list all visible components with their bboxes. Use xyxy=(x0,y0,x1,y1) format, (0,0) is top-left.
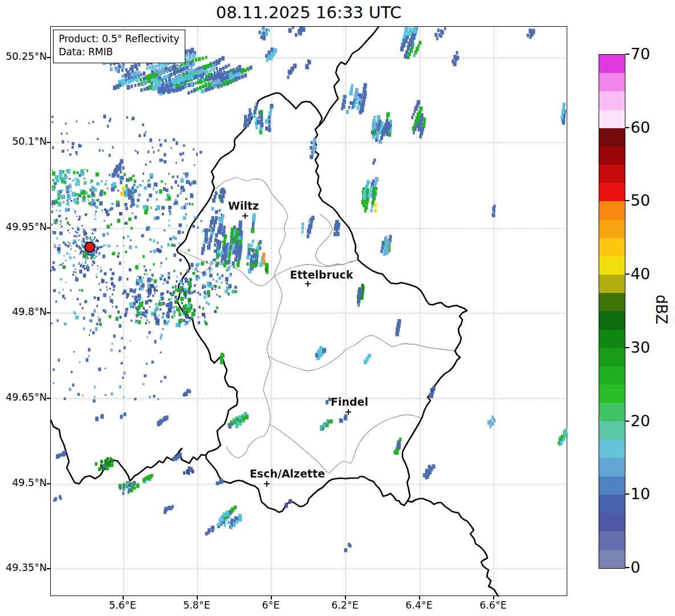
colorbar-segment xyxy=(599,513,625,531)
colorbar-unit-label: dBZ xyxy=(653,289,670,329)
city-marker: + xyxy=(344,409,353,415)
x-axis-tick-label: 6.6°E xyxy=(467,599,519,611)
colorbar-tick-label: 40 xyxy=(631,264,670,284)
x-axis-tick-mark xyxy=(271,596,272,599)
colorbar-segment xyxy=(599,55,625,73)
colorbar-segment xyxy=(599,293,625,311)
colorbar-tick-label: 50 xyxy=(631,191,670,210)
x-axis-tick-label: 5.6°E xyxy=(97,599,148,611)
colorbar-segment xyxy=(599,183,625,201)
city-marker: + xyxy=(303,281,312,287)
x-axis-tick-mark xyxy=(493,596,494,599)
colorbar-segment xyxy=(599,348,625,366)
x-axis-tick-mark xyxy=(345,596,346,599)
colorbar-segment xyxy=(599,238,625,256)
colorbar-tick-label: 70 xyxy=(631,44,670,64)
colorbar-segment xyxy=(599,91,625,109)
colorbar-segment xyxy=(599,366,625,385)
colorbar-tick-mark xyxy=(625,567,629,568)
colorbar-tick-label: 0 xyxy=(631,558,670,577)
radar-echo-layer xyxy=(51,27,568,597)
colorbar-tick-mark xyxy=(625,127,629,128)
colorbar-tick-mark xyxy=(625,274,629,275)
colorbar-segment xyxy=(599,146,625,165)
colorbar-tick-label: 30 xyxy=(631,338,670,357)
colorbar-segment xyxy=(599,201,625,219)
product-info-box: Product: 0.5° Reflectivity Data: RMIB xyxy=(53,30,185,63)
product-info-line: Product: 0.5° Reflectivity xyxy=(59,32,180,46)
city-marker: + xyxy=(262,481,271,487)
colorbar-tick-mark xyxy=(625,200,629,201)
x-axis-tick-label: 6.2°E xyxy=(319,599,371,611)
y-axis-tick-mark xyxy=(47,483,50,484)
colorbar-segment xyxy=(599,128,625,146)
colorbar-segment xyxy=(599,220,625,238)
colorbar-segment xyxy=(599,73,625,91)
x-axis-tick-mark xyxy=(419,596,420,599)
colorbar-segment xyxy=(599,531,625,549)
city-marker: + xyxy=(241,213,250,219)
colorbar-segment xyxy=(599,421,625,439)
colorbar-tick-mark xyxy=(625,54,629,55)
colorbar-segment xyxy=(599,311,625,329)
colorbar-tick-label: 60 xyxy=(631,118,670,137)
colorbar-tick-mark xyxy=(625,347,629,348)
y-axis-tick-label: 49.35°N xyxy=(0,562,47,573)
colorbar-tick-mark xyxy=(625,421,629,422)
colorbar-segment xyxy=(599,165,625,183)
y-axis-tick-mark xyxy=(47,398,50,399)
y-axis-tick-label: 50.1°N xyxy=(0,136,47,147)
y-axis-tick-label: 49.5°N xyxy=(0,477,47,488)
y-axis-tick-mark xyxy=(47,142,50,143)
radar-map-page: { "title": "08.11.2025 16:33 UTC", "info… xyxy=(0,0,675,616)
colorbar-segment xyxy=(599,330,625,348)
map-plot-area: Wiltz+Ettelbruck+Findel+Esch/Alzette+ xyxy=(50,26,567,596)
y-axis-tick-label: 49.65°N xyxy=(0,391,47,403)
data-source-line: Data: RMIB xyxy=(59,46,180,59)
colorbar-tick-mark xyxy=(625,493,629,495)
x-axis-tick-label: 6.4°E xyxy=(393,599,445,611)
x-axis-tick-mark xyxy=(197,596,198,599)
city-label: Ettelbruck xyxy=(270,268,373,281)
x-axis-tick-mark xyxy=(123,596,124,599)
y-axis-tick-mark xyxy=(47,57,50,58)
y-axis-tick-label: 49.95°N xyxy=(0,221,47,232)
colorbar-segment xyxy=(599,110,625,128)
colorbar-segment xyxy=(599,550,625,568)
colorbar xyxy=(599,54,625,569)
colorbar-segment xyxy=(599,403,625,421)
page-title: 08.11.2025 16:33 UTC xyxy=(50,3,567,22)
colorbar-segment xyxy=(599,476,625,495)
y-axis-tick-mark xyxy=(47,568,50,569)
x-axis-tick-label: 6°E xyxy=(245,599,296,611)
y-axis-tick-label: 50.25°N xyxy=(0,51,47,62)
colorbar-tick-label: 20 xyxy=(631,411,670,431)
y-axis-tick-label: 49.8°N xyxy=(0,306,47,317)
colorbar-segment xyxy=(599,440,625,458)
colorbar-segment xyxy=(599,458,625,476)
colorbar-segment xyxy=(599,495,625,513)
colorbar-segment xyxy=(599,275,625,293)
colorbar-segment xyxy=(599,256,625,275)
y-axis-tick-mark xyxy=(47,227,50,229)
y-axis-tick-mark xyxy=(47,312,50,313)
x-axis-tick-label: 5.8°E xyxy=(171,599,222,611)
radar-site-marker xyxy=(84,242,95,252)
colorbar-segment xyxy=(599,385,625,403)
city-label: Esch/Alzette xyxy=(236,467,339,480)
colorbar-tick-label: 10 xyxy=(631,484,670,504)
